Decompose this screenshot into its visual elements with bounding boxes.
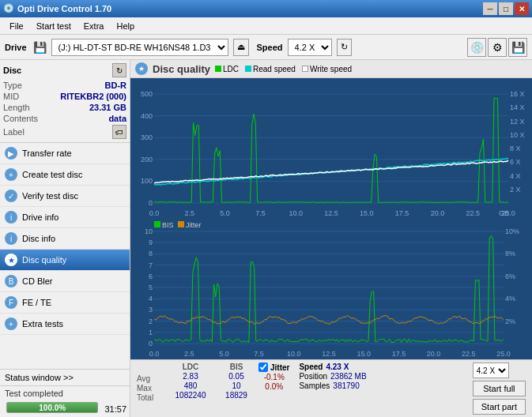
read-speed-legend-dot <box>245 66 251 72</box>
jitter-checkbox[interactable] <box>258 363 268 372</box>
create-test-label: Create test disc <box>22 170 82 179</box>
lower-canvas <box>130 219 532 359</box>
verify-test-icon: ✓ <box>5 190 17 202</box>
menu-help[interactable]: Help <box>110 20 141 32</box>
cd-bler-label: CD Bler <box>22 276 53 286</box>
disc-refresh-button[interactable]: ↻ <box>112 63 126 77</box>
write-speed-legend-label: Write speed <box>310 65 352 73</box>
sidebar-item-verify-test-disc[interactable]: ✓ Verify test disc <box>0 186 130 207</box>
speed-select[interactable]: 4.2 X <box>288 39 332 56</box>
type-label: Type <box>3 81 22 90</box>
disc-quality-label: Disc quality <box>22 255 66 265</box>
jitter-col-label: Jitter <box>270 363 289 372</box>
cd-bler-icon: B <box>5 275 17 287</box>
length-label: Length <box>3 103 30 112</box>
transfer-rate-icon: ▶ <box>5 147 17 160</box>
drive-bar: Drive 💾 (J:) HL-DT-ST BD-RE WH16NS48 1.D… <box>0 35 532 60</box>
ldc-legend-label: LDC <box>223 65 239 73</box>
position-value: 23862 MB <box>330 372 367 381</box>
contents-value: data <box>108 114 126 123</box>
speed-refresh-button[interactable]: ↻ <box>337 39 352 56</box>
disc-section: Disc ↻ Type BD-R MID RITEKBR2 (000) Leng… <box>0 60 130 143</box>
menu-extra[interactable]: Extra <box>77 20 111 32</box>
status-window-label: Status window >> <box>5 373 74 382</box>
drive-icon: 💾 <box>33 41 47 54</box>
ldc-col-label: LDC <box>167 363 214 371</box>
sidebar-item-transfer-rate[interactable]: ▶ Transfer rate <box>0 143 130 164</box>
write-speed-legend-dot <box>302 66 308 72</box>
jitter-max: 0.0% <box>258 382 289 391</box>
settings-icon[interactable]: ⚙ <box>488 38 507 57</box>
chart-title-bar: ★ Disc quality LDC Read speed Write spee… <box>130 60 532 78</box>
total-label: Total <box>137 393 160 402</box>
sidebar-item-disc-quality[interactable]: ★ Disc quality <box>0 250 130 271</box>
minimize-button[interactable]: ─ <box>483 2 497 15</box>
window-controls: ─ □ ✕ <box>483 2 529 15</box>
app-title: Opti Drive Control 1.70 <box>17 4 111 13</box>
ldc-total: 1082240 <box>167 391 214 400</box>
drive-select[interactable]: (J:) HL-DT-ST BD-RE WH16NS48 1.D3 <box>51 39 228 56</box>
avg-label: Avg <box>137 374 160 383</box>
chart-area: ★ Disc quality LDC Read speed Write spee… <box>130 60 532 417</box>
progress-bar: 100.0% <box>6 402 98 413</box>
create-test-icon: + <box>5 168 17 181</box>
nav-items: ▶ Transfer rate + Create test disc ✓ Ver… <box>0 143 130 335</box>
label-icon-button[interactable]: 🏷 <box>112 125 126 139</box>
menu-bar: File Start test Extra Help <box>0 17 532 35</box>
bis-col-label: BIS <box>221 363 252 371</box>
upper-canvas <box>130 78 532 219</box>
app-icon: 💿 <box>3 3 14 14</box>
maximize-button[interactable]: □ <box>499 2 513 15</box>
sidebar-item-drive-info[interactable]: i Drive info <box>0 207 130 228</box>
drive-info-icon: i <box>5 211 17 224</box>
lower-chart <box>130 219 532 359</box>
length-value: 23.31 GB <box>89 103 126 112</box>
fe-te-label: FE / TE <box>22 298 51 307</box>
position-label: Position <box>299 372 327 381</box>
speed-dropdown[interactable]: 4.2 X <box>473 363 509 378</box>
transfer-rate-label: Transfer rate <box>22 148 72 158</box>
start-full-button[interactable]: Start full <box>473 381 526 396</box>
disc-info-label: Disc info <box>22 234 55 243</box>
status-section: Status window >> Test completed 100.0% 3… <box>0 369 130 417</box>
drive-label: Drive <box>5 43 27 52</box>
sidebar-item-create-test-disc[interactable]: + Create test disc <box>0 164 130 186</box>
chart-title: Disc quality <box>153 63 210 75</box>
charts-container <box>130 78 532 359</box>
menu-file[interactable]: File <box>3 20 30 32</box>
drive-info-label: Drive info <box>22 212 58 222</box>
speed-col-label: Speed <box>299 363 323 371</box>
sidebar-item-cd-bler[interactable]: B CD Bler <box>0 271 130 292</box>
ldc-max: 480 <box>167 381 214 390</box>
start-part-button[interactable]: Start part <box>473 399 526 415</box>
verify-test-label: Verify test disc <box>22 191 78 201</box>
max-label: Max <box>137 384 160 393</box>
label-label: Label <box>3 127 25 137</box>
main-area: Disc ↻ Type BD-R MID RITEKBR2 (000) Leng… <box>0 60 532 417</box>
disc-quality-icon: ★ <box>5 254 17 266</box>
menu-start-test[interactable]: Start test <box>30 20 77 32</box>
upper-chart <box>130 78 532 219</box>
disc-info-icon: i <box>5 232 17 245</box>
chart-title-icon: ★ <box>135 62 148 75</box>
title-bar: 💿 Opti Drive Control 1.70 ─ □ ✕ <box>0 0 532 17</box>
sidebar-item-disc-info[interactable]: i Disc info <box>0 228 130 250</box>
disc-header-label: Disc <box>3 66 21 75</box>
close-button[interactable]: ✕ <box>515 2 529 15</box>
eject-button[interactable]: ⏏ <box>233 39 249 56</box>
bis-avg: 0.05 <box>221 372 252 381</box>
test-completed-label: Test completed <box>0 386 130 400</box>
type-value: BD-R <box>105 81 127 90</box>
progress-bar-fill: 100.0% <box>7 403 97 412</box>
speed-value: 4.23 X <box>326 363 349 371</box>
status-window-button[interactable]: Status window >> <box>0 370 130 386</box>
save-icon[interactable]: 💾 <box>508 38 527 57</box>
sidebar-item-fe-te[interactable]: F FE / TE <box>0 292 130 314</box>
time-display: 31:57 <box>104 404 126 414</box>
bis-max: 10 <box>221 381 252 390</box>
sidebar-item-extra-tests[interactable]: + Extra tests <box>0 314 130 335</box>
disc-icon[interactable]: 💿 <box>467 38 486 57</box>
samples-label: Samples <box>299 381 330 390</box>
ldc-avg: 2.83 <box>167 372 214 381</box>
progress-text: 100.0% <box>39 404 66 412</box>
